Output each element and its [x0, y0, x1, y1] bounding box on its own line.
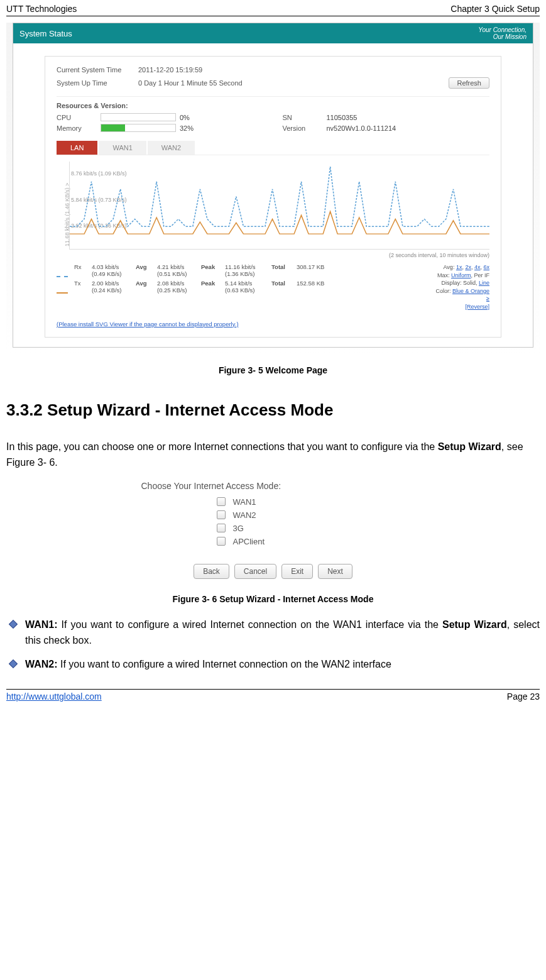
version-label: Version [283, 124, 327, 132]
screenshot-access-mode: Choose Your Internet Access Mode: WAN1 W… [141, 481, 405, 579]
cancel-button[interactable]: Cancel [234, 564, 276, 579]
avg-6x-link[interactable]: 6x [483, 264, 489, 270]
resources-version-heading: Resources & Version: [57, 96, 489, 109]
3g-option-label: 3G [233, 524, 244, 533]
tab-wan1[interactable]: WAN1 [99, 141, 146, 155]
wan2-checkbox[interactable] [217, 510, 226, 519]
max-uniform-link[interactable]: Uniform [451, 272, 471, 278]
access-mode-title: Choose Your Internet Access Mode: [141, 481, 405, 491]
rx-tag: Rx [74, 263, 85, 277]
current-time-label: Current System Time [57, 66, 138, 74]
intro-paragraph: In this page, you can choose one or more… [6, 439, 540, 471]
tx-legend-icon [57, 282, 68, 294]
version-value: nv520Wv1.0.0-111214 [327, 124, 396, 132]
uptime-value: 0 Day 1 Hour 1 Minute 55 Second [138, 79, 243, 87]
window-titlebar: System Status Your Connection, Our Missi… [13, 23, 533, 43]
memory-bar [101, 124, 176, 132]
footer-url-link[interactable]: http://www.uttglobal.com [6, 691, 102, 702]
cpu-percent: 0% [180, 114, 190, 121]
chart-display-options: Avg: 1x, 2x, 4x, 6x Max: Uniform, Per IF… [395, 263, 489, 311]
tab-wan2[interactable]: WAN2 [148, 141, 195, 155]
bullet-diamond-icon [9, 620, 18, 629]
window-slogan: Your Connection, Our Mission [478, 26, 527, 40]
memory-percent: 32% [180, 124, 194, 132]
bullet-diamond-icon [9, 659, 18, 668]
section-3-3-2-heading: 3.3.2 Setup Wizard - Internet Access Mod… [6, 400, 540, 420]
header-right: Chapter 3 Quick Setup [450, 4, 540, 14]
traffic-stats: Rx 4.03 kbit/s(0.49 KB/s) Avg 4.21 kbit/… [57, 263, 489, 311]
apclient-option-label: APClient [233, 537, 265, 546]
display-line-link[interactable]: Line [479, 280, 489, 286]
chart-interval-note: (2 seconds interval, 10 minutes window) [57, 252, 489, 258]
figure-3-5-caption: Figure 3- 5 Welcome Page [6, 365, 540, 375]
page-header: UTT Technologies Chapter 3 Quick Setup [6, 0, 540, 16]
svg-viewer-install-link[interactable]: (Please install SVG Viewer if the page c… [57, 321, 239, 328]
reverse-link[interactable]: [Reverse] [465, 304, 489, 310]
figure-3-6-caption: Figure 3- 6 Setup Wizard - Internet Acce… [6, 594, 540, 604]
sn-value: 11050355 [327, 114, 358, 121]
wan2-option-label: WAN2 [233, 510, 256, 520]
traffic-chart: 8.76 kbit/s (1.09 KB/s) 5.84 kbit/s (0.7… [69, 162, 489, 250]
current-time-value: 2011-12-20 15:19:59 [138, 66, 202, 74]
bullet-wan2: WAN2: If you want to configure a wired I… [6, 656, 540, 673]
memory-label: Memory [57, 124, 101, 132]
rx-legend-icon [57, 266, 68, 277]
footer-page-number: Page 23 [507, 691, 540, 702]
sn-label: SN [283, 114, 327, 121]
wan1-checkbox[interactable] [217, 497, 226, 506]
cpu-label: CPU [57, 114, 101, 121]
apclient-checkbox[interactable] [217, 537, 226, 546]
refresh-button[interactable]: Refresh [449, 77, 489, 89]
back-button[interactable]: Back [194, 564, 229, 579]
next-button[interactable]: Next [318, 564, 352, 579]
page-footer: http://www.uttglobal.com Page 23 [6, 689, 540, 702]
cpu-bar [101, 113, 176, 121]
avg-1x-link[interactable]: 1x [456, 264, 462, 270]
color-link[interactable]: Blue & Orange [452, 288, 489, 294]
tab-lan[interactable]: LAN [57, 141, 97, 155]
interface-tabs: LAN WAN1 WAN2 [57, 141, 489, 155]
header-left: UTT Technologies [6, 4, 77, 14]
bullet-wan1: WAN1: If you want to configure a wired I… [6, 617, 540, 649]
screenshot-welcome-page: System Status Your Connection, Our Missi… [6, 23, 540, 354]
reverse-arrow-link[interactable]: ≥ [486, 295, 489, 302]
3g-checkbox[interactable] [217, 524, 226, 532]
avg-2x-link[interactable]: 2x [465, 264, 471, 270]
wan1-option-label: WAN1 [233, 497, 256, 507]
uptime-label: System Up Time [57, 79, 138, 87]
window-title: System Status [19, 29, 72, 38]
tx-tag: Tx [74, 280, 85, 294]
exit-button[interactable]: Exit [281, 564, 313, 579]
